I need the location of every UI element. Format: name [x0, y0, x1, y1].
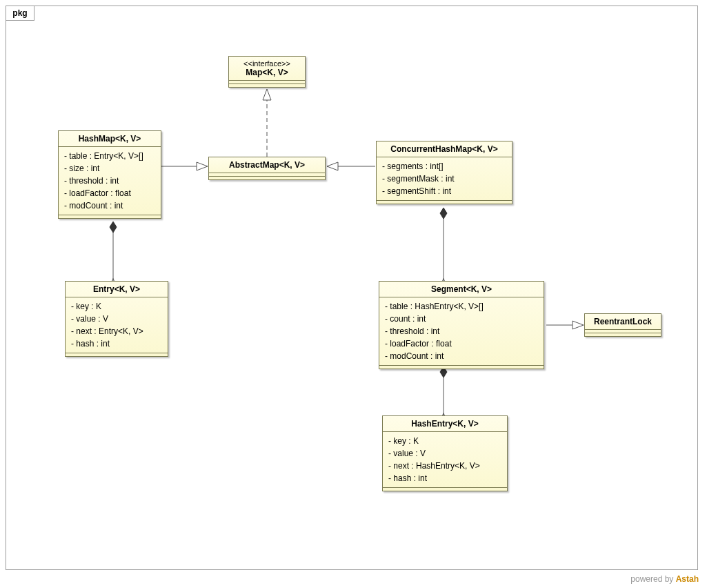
attr: - next : HashEntry<K, V>	[388, 460, 501, 472]
class-concurrenthashmap: ConcurrentHashMap<K, V> - segments : int…	[376, 141, 512, 204]
class-hashmap-attrs: - table : Entry<K, V>[] - size : int - t…	[59, 147, 161, 215]
attr: - threshold : int	[385, 325, 538, 337]
attr: - hash : int	[71, 337, 162, 350]
class-map: <<interface>> Map<K, V>	[228, 56, 306, 88]
attr: - segments : int[]	[382, 160, 506, 173]
attr: - hash : int	[388, 472, 501, 484]
class-reentrantlock-name: ReentrantLock	[594, 317, 652, 326]
attr: - key : K	[388, 435, 501, 447]
diagram-canvas: pkg <<interface>	[6, 6, 698, 570]
attr: - size : int	[64, 162, 155, 175]
class-hashmap: HashMap<K, V> - table : Entry<K, V>[] - …	[58, 130, 161, 219]
class-concurrenthashmap-name: ConcurrentHashMap<K, V>	[390, 144, 497, 154]
attr: - modCount : int	[64, 199, 155, 212]
attr: - segmentMask : int	[382, 173, 506, 185]
attr: - value : V	[71, 313, 162, 325]
attr: - modCount : int	[385, 350, 538, 362]
class-entry-name: Entry<K, V>	[93, 284, 140, 294]
class-entry-header: Entry<K, V>	[66, 282, 168, 297]
attr: - count : int	[385, 313, 538, 325]
package-label: pkg	[12, 8, 27, 18]
class-abstractmap: AbstractMap<K, V>	[208, 157, 326, 180]
class-reentrantlock: ReentrantLock	[584, 313, 661, 337]
attr: - loadFactor : float	[385, 337, 538, 350]
attr: - value : V	[388, 447, 501, 460]
class-segment-attrs: - table : HashEntry<K, V>[] - count : in…	[379, 297, 544, 365]
footer-brand: Astah	[676, 574, 699, 584]
class-map-header: <<interface>> Map<K, V>	[229, 57, 305, 81]
attr: - segmentShift : int	[382, 185, 506, 197]
class-hashentry: HashEntry<K, V> - key : K - value : V - …	[382, 415, 508, 491]
class-hashentry-attrs: - key : K - value : V - next : HashEntry…	[383, 432, 507, 487]
class-entry: Entry<K, V> - key : K - value : V - next…	[65, 281, 168, 357]
attr: - next : Entry<K, V>	[71, 325, 162, 337]
attr: - table : HashEntry<K, V>[]	[385, 300, 538, 313]
package-tab: pkg	[6, 6, 34, 21]
attr: - threshold : int	[64, 175, 155, 187]
class-hashentry-name: HashEntry<K, V>	[411, 419, 478, 429]
class-hashmap-header: HashMap<K, V>	[59, 131, 161, 147]
footer-prefix: powered by	[630, 574, 675, 584]
attr: - table : Entry<K, V>[]	[64, 150, 155, 162]
class-hashentry-header: HashEntry<K, V>	[383, 416, 507, 432]
class-segment-name: Segment<K, V>	[431, 284, 492, 294]
class-segment: Segment<K, V> - table : HashEntry<K, V>[…	[379, 281, 544, 369]
class-map-stereotype: <<interface>>	[235, 59, 299, 68]
footer-credit: powered by Astah	[630, 574, 699, 584]
attr: - loadFactor : float	[64, 187, 155, 199]
class-abstractmap-header: AbstractMap<K, V>	[209, 157, 325, 173]
attr: - key : K	[71, 300, 162, 313]
class-segment-header: Segment<K, V>	[379, 282, 544, 297]
class-concurrenthashmap-header: ConcurrentHashMap<K, V>	[377, 141, 512, 157]
class-reentrantlock-header: ReentrantLock	[585, 314, 661, 330]
class-entry-attrs: - key : K - value : V - next : Entry<K, …	[66, 297, 168, 353]
class-hashmap-name: HashMap<K, V>	[79, 134, 141, 144]
class-map-name: Map<K, V>	[246, 68, 288, 77]
class-concurrenthashmap-attrs: - segments : int[] - segmentMask : int -…	[377, 157, 512, 200]
class-abstractmap-name: AbstractMap<K, V>	[229, 160, 305, 170]
